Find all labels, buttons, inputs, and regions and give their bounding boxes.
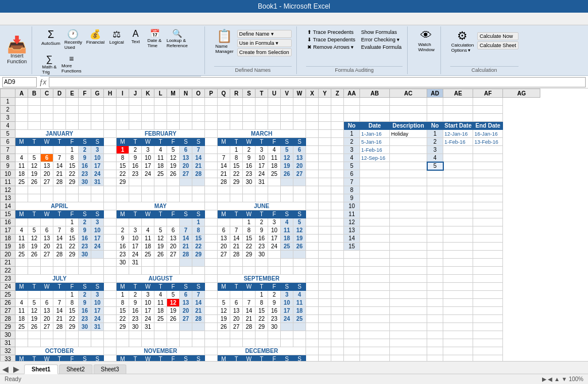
table-cell[interactable]	[117, 194, 129, 202]
table-cell[interactable]	[41, 146, 53, 154]
table-cell[interactable]: 5	[293, 218, 306, 226]
table-cell[interactable]	[66, 259, 79, 267]
table-cell[interactable]	[129, 186, 142, 194]
table-cell[interactable]	[281, 194, 293, 202]
table-cell[interactable]: 23	[79, 170, 91, 178]
table-cell[interactable]	[473, 339, 503, 347]
table-cell[interactable]: 24	[91, 243, 104, 251]
table-cell[interactable]	[66, 186, 79, 194]
table-cell[interactable]	[390, 235, 427, 243]
table-cell[interactable]: DECEMBER	[218, 347, 306, 355]
table-cell[interactable]: 19	[218, 315, 230, 323]
table-cell[interactable]	[256, 114, 268, 122]
table-cell[interactable]: 18	[268, 162, 281, 170]
table-cell[interactable]	[306, 114, 319, 122]
table-cell[interactable]	[16, 291, 28, 299]
table-cell[interactable]: T	[129, 138, 142, 146]
table-cell[interactable]	[129, 114, 142, 122]
table-cell[interactable]	[473, 106, 503, 114]
table-cell[interactable]	[218, 267, 230, 275]
table-cell[interactable]: 21	[218, 170, 230, 178]
table-cell[interactable]	[319, 275, 331, 283]
table-cell[interactable]: 11	[16, 235, 28, 243]
table-cell[interactable]	[306, 218, 319, 226]
col-header-M[interactable]: M	[167, 89, 180, 98]
table-cell[interactable]	[79, 339, 91, 347]
table-cell[interactable]: 16	[117, 243, 129, 251]
table-cell[interactable]: 29	[192, 251, 205, 259]
table-cell[interactable]	[306, 323, 319, 331]
table-cell[interactable]	[53, 291, 66, 299]
table-cell[interactable]	[142, 331, 154, 339]
table-cell[interactable]	[473, 291, 503, 299]
table-cell[interactable]: 18	[293, 307, 306, 315]
table-cell[interactable]	[443, 146, 473, 154]
col-header-AF[interactable]: AF	[473, 89, 503, 98]
table-cell[interactable]	[306, 226, 319, 235]
table-cell[interactable]: 26	[293, 243, 306, 251]
table-cell[interactable]	[53, 218, 66, 226]
col-header-Y[interactable]: Y	[319, 89, 331, 98]
table-cell[interactable]: 18	[154, 307, 167, 315]
table-cell[interactable]: 17	[268, 235, 281, 243]
table-cell[interactable]: 27	[293, 170, 306, 178]
table-cell[interactable]	[443, 202, 473, 210]
table-cell[interactable]: T	[154, 283, 167, 291]
col-header-V[interactable]: V	[281, 89, 293, 98]
table-cell[interactable]: 20	[293, 162, 306, 170]
table-cell[interactable]	[360, 106, 390, 114]
table-cell[interactable]	[41, 114, 53, 122]
table-cell[interactable]	[129, 98, 142, 106]
col-header-W[interactable]: W	[293, 89, 306, 98]
table-cell[interactable]: S	[180, 138, 192, 146]
table-cell[interactable]	[205, 106, 218, 114]
table-cell[interactable]: 1	[66, 218, 79, 226]
table-cell[interactable]	[104, 146, 117, 154]
table-cell[interactable]	[180, 339, 192, 347]
table-cell[interactable]: 17	[281, 307, 293, 315]
table-cell[interactable]: T	[53, 355, 66, 362]
table-cell[interactable]	[360, 178, 390, 186]
table-cell[interactable]: T	[230, 210, 243, 218]
table-cell[interactable]	[180, 194, 192, 202]
table-cell[interactable]: 6	[218, 226, 230, 235]
table-cell[interactable]	[104, 331, 117, 339]
table-cell[interactable]: S	[91, 210, 104, 218]
table-cell[interactable]: 14	[192, 154, 205, 162]
table-cell[interactable]: 4	[154, 291, 167, 299]
table-cell[interactable]: NOVEMBER	[117, 347, 205, 355]
table-cell[interactable]: End Date	[473, 122, 503, 130]
table-cell[interactable]: W	[142, 355, 154, 362]
table-cell[interactable]: 4	[268, 146, 281, 154]
table-cell[interactable]: T	[53, 210, 66, 218]
col-header-N[interactable]: N	[180, 89, 192, 98]
table-cell[interactable]: 9	[129, 299, 142, 307]
col-header-P[interactable]: P	[205, 89, 218, 98]
table-cell[interactable]	[154, 218, 167, 226]
table-cell[interactable]	[306, 154, 319, 162]
table-cell[interactable]	[230, 114, 243, 122]
table-cell[interactable]	[293, 267, 306, 275]
table-cell[interactable]: 23	[129, 170, 142, 178]
table-cell[interactable]: Description	[390, 122, 427, 130]
table-cell[interactable]	[473, 154, 503, 162]
table-cell[interactable]	[230, 194, 243, 202]
table-cell[interactable]: F	[167, 210, 180, 218]
table-cell[interactable]	[129, 122, 142, 130]
table-cell[interactable]	[256, 194, 268, 202]
table-cell[interactable]: APRIL	[16, 202, 104, 210]
table-cell[interactable]	[473, 202, 503, 210]
table-cell[interactable]: 3	[427, 146, 443, 154]
table-cell[interactable]: 26	[218, 323, 230, 331]
table-cell[interactable]: 18	[142, 243, 154, 251]
table-cell[interactable]	[243, 122, 256, 130]
table-cell[interactable]: 8	[66, 226, 79, 235]
table-cell[interactable]: T	[154, 138, 167, 146]
col-header-I[interactable]: I	[117, 89, 129, 98]
table-cell[interactable]: 16	[268, 307, 281, 315]
table-cell[interactable]	[306, 259, 319, 267]
table-cell[interactable]: 14	[243, 307, 256, 315]
table-cell[interactable]: 3	[129, 226, 142, 235]
table-cell[interactable]	[360, 347, 390, 355]
table-cell[interactable]	[205, 210, 218, 218]
